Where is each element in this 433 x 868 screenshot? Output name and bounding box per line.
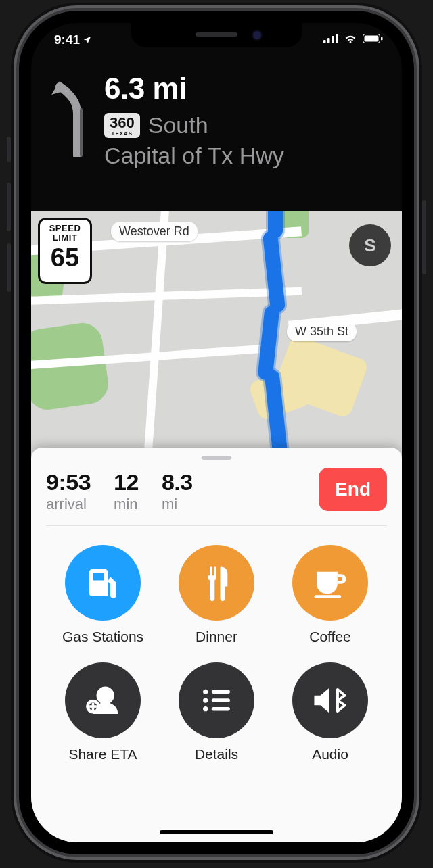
fork-knife-icon (179, 545, 254, 621)
map-label-westover: Westover Rd (111, 222, 198, 241)
home-indicator[interactable] (160, 830, 273, 834)
svg-point-13 (203, 690, 208, 694)
speed-limit-sign: SPEEDLIMIT 65 (38, 218, 92, 284)
svg-rect-0 (323, 40, 326, 43)
speaker-bluetooth-icon (292, 662, 368, 738)
duration-stat: 12 min (114, 469, 139, 513)
svg-rect-16 (212, 698, 230, 702)
arrival-time: 9:53 (46, 469, 91, 496)
svg-rect-5 (365, 36, 379, 42)
route-shield: 360 TEXAS (104, 113, 140, 138)
compass-button[interactable]: S (349, 224, 391, 266)
share-eta-label: Share ETA (46, 746, 160, 763)
distance-stat: 8.3 mi (162, 469, 193, 513)
map-label-w35th: W 35th St (287, 322, 357, 341)
svg-rect-18 (212, 707, 230, 710)
svg-rect-14 (212, 690, 230, 694)
screen: 9:41 (31, 23, 402, 842)
drag-handle[interactable] (202, 456, 231, 460)
notch (131, 23, 302, 47)
details-label: Details (160, 746, 273, 763)
road-name: Capital of Tx Hwy (104, 143, 386, 169)
svg-rect-2 (332, 36, 334, 43)
trip-summary-row: 9:53 arrival 12 min 8.3 mi End (46, 469, 387, 526)
audio-label: Audio (273, 746, 387, 763)
details-button[interactable]: Details (160, 662, 273, 763)
iphone-frame: 9:41 (19, 11, 414, 854)
wifi-icon (344, 34, 357, 43)
svg-rect-6 (381, 37, 383, 41)
end-route-button[interactable]: End (319, 468, 387, 511)
volume-down-button[interactable] (7, 243, 11, 292)
svg-point-9 (98, 688, 113, 703)
dinner-label: Dinner (160, 629, 273, 645)
svg-rect-3 (336, 34, 338, 43)
quick-actions-grid: Gas Stations Dinner (46, 545, 387, 763)
coffee-button[interactable]: Coffee (273, 545, 387, 645)
next-turn-distance: 6.3 mi (104, 72, 386, 105)
route-shield-state: TEXAS (110, 131, 135, 137)
arrival-label: arrival (46, 496, 91, 513)
route-card[interactable]: 9:53 arrival 12 min 8.3 mi End (31, 448, 402, 842)
arrival-stat: 9:53 arrival (46, 469, 91, 513)
volume-up-button[interactable] (7, 183, 11, 231)
distance-label: mi (162, 496, 193, 513)
coffee-label: Coffee (273, 629, 387, 645)
distance-value: 8.3 (162, 469, 193, 496)
compass-heading: S (364, 235, 375, 256)
audio-button[interactable]: Audio (273, 662, 387, 763)
gas-stations-label: Gas Stations (46, 629, 160, 645)
route-shield-number: 360 (110, 114, 135, 131)
duration-label: min (114, 496, 139, 513)
svg-rect-8 (314, 595, 341, 598)
gas-stations-button[interactable]: Gas Stations (46, 545, 160, 645)
dinner-button[interactable]: Dinner (160, 545, 273, 645)
status-time: 9:41 (54, 32, 80, 47)
share-eta-icon (65, 662, 141, 738)
duration-value: 12 (114, 469, 139, 496)
speed-limit-label: SPEEDLIMIT (40, 224, 90, 242)
svg-rect-1 (327, 38, 330, 43)
svg-point-15 (203, 698, 208, 702)
speed-limit-value: 65 (40, 245, 90, 270)
cellular-icon (323, 34, 338, 43)
battery-icon (363, 34, 383, 43)
coffee-cup-icon (292, 545, 368, 621)
share-eta-button[interactable]: Share ETA (46, 662, 160, 763)
svg-point-17 (203, 706, 208, 711)
gas-pump-icon (65, 545, 141, 621)
power-button[interactable] (422, 200, 426, 274)
route-direction: South (148, 112, 208, 139)
mute-switch[interactable] (7, 137, 11, 162)
turn-left-icon (47, 72, 93, 211)
location-icon (83, 35, 92, 45)
list-icon (179, 662, 254, 738)
